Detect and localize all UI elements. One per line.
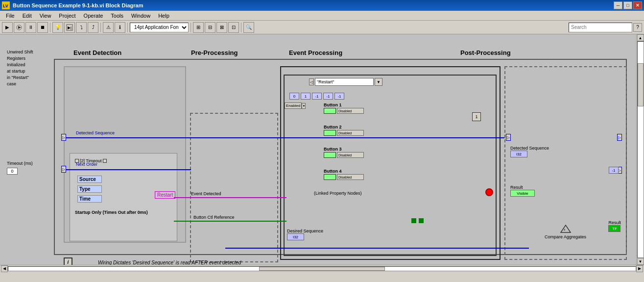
event-detected-label: Event Detected: [191, 191, 221, 196]
menu-file[interactable]: File: [2, 12, 19, 20]
scroll-up[interactable]: ▲: [637, 34, 644, 41]
menu-project[interactable]: Project: [55, 12, 79, 20]
toolbar-search[interactable]: 🔍: [243, 22, 254, 33]
menu-window[interactable]: Window: [127, 12, 154, 20]
scroll-thumb[interactable]: [638, 63, 644, 106]
maximize-button[interactable]: □: [623, 1, 632, 9]
wire-event-detected: [174, 197, 286, 198]
event-struct-box: ◁ "Restart" ▼ 0 1 -1 -1 -1 Enabled ▼: [284, 75, 497, 256]
sep4: [191, 23, 191, 32]
wire-right-terminal: ▷: [506, 134, 511, 141]
compare-aggregates: ≥ Compare Aggregates: [545, 223, 586, 239]
menu-edit[interactable]: Edit: [19, 12, 36, 20]
sep3: [127, 23, 128, 32]
pre-proc-box: [190, 113, 278, 262]
num-0: 0: [289, 93, 299, 100]
scroll-track-h[interactable]: [8, 266, 636, 271]
linked-property: (Linked Property Nodes): [314, 191, 362, 196]
font-selector[interactable]: 14pt Application Font: [130, 23, 189, 32]
scroll-right[interactable]: ▶: [636, 265, 643, 272]
event-proc-outer: ◁ "Restart" ▼ 0 1 -1 -1 -1 Enabled ▼: [280, 66, 501, 260]
restart-label: Restart: [155, 191, 175, 199]
time-label: Time: [77, 195, 102, 203]
scroll-left[interactable]: ◀: [1, 265, 8, 272]
scroll-down[interactable]: ▼: [637, 258, 644, 265]
result-visible-group: Result Visible: [510, 185, 535, 197]
toolbar-run2[interactable]: [14, 22, 24, 33]
menu-bar: File Edit View Project Operate Tools Win…: [0, 11, 644, 21]
svg-text:≥: ≥: [564, 228, 566, 231]
menu-view[interactable]: View: [36, 12, 55, 20]
search-input[interactable]: [569, 23, 632, 32]
window-title: Button Sequence Example 9-1-kb.vi Block …: [13, 2, 614, 8]
detected-seq-label: Detected Sequence: [76, 130, 115, 135]
event-processing-label: Event Processing: [289, 49, 342, 56]
num1-indicator: 1: [472, 112, 481, 121]
timeout-label: Timeout (ms): [7, 161, 33, 166]
toolbar-warnings[interactable]: ⚠: [103, 22, 114, 33]
scrollbar-h[interactable]: ◀ ▶: [0, 265, 644, 272]
source-label: Source: [77, 176, 102, 183]
event-detection-box: [2] Timeout Source Type Time Startup Onl…: [64, 66, 186, 243]
result-tf: Result TF: [608, 220, 621, 232]
red-indicator: [485, 188, 493, 196]
button-ctl-label: Button Ctl Reference: [193, 215, 235, 220]
green-square2: [419, 218, 424, 223]
unwired-note: Unwired Shift Registers Initialized at s…: [7, 49, 51, 87]
num-neg1-1: -1: [312, 93, 322, 100]
toolbar-info[interactable]: ℹ: [115, 22, 125, 33]
wire-desired-seq: [225, 248, 529, 249]
num-1: 1: [301, 93, 310, 100]
toolbar-pause[interactable]: ⏸: [25, 22, 36, 33]
post-right-terminal-1: ▷: [617, 134, 622, 141]
menu-operate[interactable]: Operate: [80, 12, 107, 20]
svg-text:▶|: ▶|: [68, 26, 72, 30]
toolbar-step-over[interactable]: ⤵: [76, 22, 87, 33]
toolbar-abort[interactable]: ⏹: [37, 22, 48, 33]
toolbar-align[interactable]: ⊞: [193, 22, 204, 33]
button1-group: Button 1 Disabled: [324, 103, 364, 114]
post-proc-box: Detected Sequence I32 Result Visible ≥ C…: [504, 66, 627, 260]
info-icon: i: [64, 257, 72, 265]
toolbar: ▶ ⏸ ⏹ 💡 ▶| ⤵ ⤴ ⚠ ℹ 14pt Application Font…: [0, 21, 644, 34]
sep1: [50, 23, 50, 32]
app-icon: LV: [2, 1, 10, 9]
svg-marker-6: [561, 225, 571, 232]
enabled-dropdown[interactable]: Enabled ▼: [285, 103, 306, 109]
toolbar-step-into[interactable]: ▶|: [64, 22, 75, 33]
post-processing-label: Post-Processing: [460, 49, 511, 56]
detected-seq-post: Detected Sequence I32: [510, 146, 549, 157]
wiring-note: Wiring Dictates 'Desired Sequence' is re…: [98, 260, 241, 265]
next-order-label: Next Order: [76, 162, 97, 167]
toolbar-run[interactable]: ▶: [2, 22, 13, 33]
wire-button-ctl: [174, 221, 286, 222]
number-row: 0 1 -1 -1 -1: [289, 93, 344, 100]
toolbar-resize[interactable]: ⊠: [216, 22, 227, 33]
startup-note: Startup Only (Times Out after 0ms): [75, 210, 173, 215]
wire-left-terminal: ▷: [61, 134, 66, 141]
toolbar-step-out[interactable]: ⤴: [88, 22, 98, 33]
scrollbar-v[interactable]: ▲ ▼: [636, 34, 644, 265]
menu-tools[interactable]: Tools: [107, 12, 127, 20]
toolbar-highlight[interactable]: 💡: [52, 22, 63, 33]
title-bar: LV Button Sequence Example 9-1-kb.vi Blo…: [0, 0, 644, 11]
help-button[interactable]: ?: [633, 23, 642, 32]
minimize-button[interactable]: ─: [614, 1, 622, 9]
timeout-input[interactable]: 0: [7, 168, 18, 175]
close-button[interactable]: ✕: [633, 1, 642, 9]
button4-group: Button 4 Disabled: [324, 169, 364, 180]
restart-dropdown[interactable]: ◁ "Restart" ▼: [309, 78, 382, 86]
scroll-track[interactable]: [637, 41, 644, 258]
menu-help[interactable]: Help: [154, 12, 173, 20]
num-neg1-3: -1: [334, 93, 344, 100]
wire-next-order-terminal: ▷: [61, 166, 66, 173]
wire-next-order: [64, 169, 191, 170]
green-square1: [411, 218, 416, 223]
button3-group: Button 3 Disabled: [324, 147, 364, 158]
neg1-post: -1: [609, 167, 619, 174]
toolbar-order[interactable]: ⊡: [228, 22, 239, 33]
toolbar-dist[interactable]: ⊟: [205, 22, 215, 33]
event-detection-label: Event Detection: [73, 49, 121, 56]
desired-seq-group: Desired Sequence I32: [287, 229, 323, 240]
scroll-thumb-h[interactable]: [259, 267, 384, 271]
